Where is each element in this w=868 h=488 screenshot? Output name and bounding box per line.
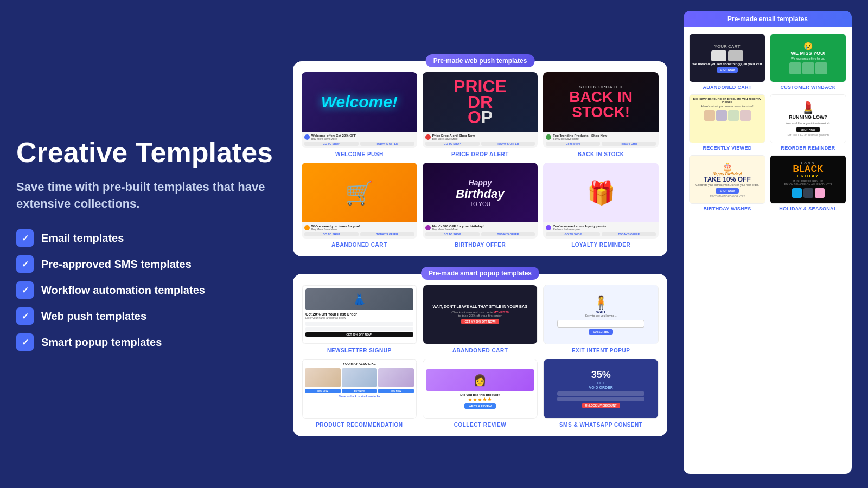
back-stock-img-area: STOCK UPDATED BACK INSTOCK!: [543, 72, 659, 132]
bday-shop-btn[interactable]: SHOP NOW: [716, 188, 739, 194]
loyalty-btn-offer[interactable]: TODAY'S OFFER: [602, 232, 656, 236]
prod-btn-text-3: BUY NOW: [391, 390, 401, 393]
push-item-birthday[interactable]: Happy Birthday TO YOU Here's $20 OFF for…: [423, 163, 538, 248]
prod-btn-3[interactable]: BUY NOW: [378, 389, 414, 393]
welcome-btn-shop[interactable]: GO TO SHOP: [304, 142, 359, 146]
back-stock-btn-shop[interactable]: Go to Store: [546, 142, 600, 146]
email-item-birthday-wishes[interactable]: 🎂 Happy Birthday! TAKE 10% OFF Celebrate…: [689, 155, 765, 211]
rv-prod-1: [704, 110, 715, 121]
back-stock-action-btns: Go to Store Today's Offer: [546, 142, 656, 146]
abandoned-action-btns: GO TO SHOP TODAY'S OFFER: [304, 232, 414, 236]
check-icon-popup: ✓: [16, 333, 34, 351]
bday-preview-inner: 🎂 Happy Birthday! TAKE 10% OFF Celebrate…: [690, 156, 765, 203]
loyalty-site-icon: [546, 225, 551, 230]
price-drop-notif-row: Price Drop Alert! Shop Now Buy More Save…: [425, 134, 535, 140]
shoe-2: [728, 50, 743, 61]
prod-btn-2[interactable]: BUY NOW: [342, 389, 378, 393]
popup-preview-exit: 🧍 WAIT Sorry to see you leaving... SUBSC…: [543, 285, 659, 344]
price-drop-btn-offer[interactable]: TODAY'S OFFER: [481, 142, 535, 146]
welcome-btn-offer[interactable]: TODAY'S OFFER: [360, 142, 414, 146]
abandoned-btn-shop[interactable]: GO TO SHOP: [304, 232, 359, 236]
nl-email-input[interactable]: [305, 327, 413, 331]
loyalty-emoji: 🎁: [587, 179, 615, 206]
price-drop-text-block: PRICE DR OP: [454, 79, 507, 125]
push-preview-welcome: Welcome! Welcome offer: Get 20% OFF Buy …: [302, 72, 417, 148]
popup-item-review[interactable]: 👩 Did you like this product? ★★★★★ WRITE…: [423, 359, 538, 428]
push-item-welcome[interactable]: Welcome! Welcome offer: Get 20% OFF Buy …: [302, 72, 417, 157]
rv-preview-inner: Big savings found on products you recent…: [690, 95, 765, 143]
email-item-reorder[interactable]: 💄 RUNNING LOW? Now would be a great time…: [770, 94, 846, 151]
birthday-notif-text: Here's $20 OFF for your birthday! Buy Mo…: [432, 224, 535, 231]
prod-items: [305, 368, 414, 387]
abandoned-cart-emoji: 🛒: [345, 179, 373, 206]
pi-sms-inner: 35% OFF VOID ORDER UNLOCK MY DISCOUNT: [544, 359, 658, 418]
push-item-abandoned[interactable]: 🛒 We've saved you items for you! Buy Mor…: [302, 163, 417, 248]
rev-write-btn[interactable]: WRITE A REVIEW: [464, 403, 496, 409]
popup-item-newsletter[interactable]: 👗 Get 20% Off Your First Order Enter you…: [302, 285, 417, 354]
popup-item-sms-consent[interactable]: 35% OFF VOID ORDER UNLOCK MY DISCOUNT SM…: [543, 359, 659, 428]
popup-item-product[interactable]: YOU MAY ALSO LIKE BUY NOW BUY NOW BUY NO…: [302, 359, 417, 428]
shop-now-btn[interactable]: SHOP NOW: [717, 67, 738, 73]
push-item-loyalty[interactable]: 🎁 You've earned some loyalty points Rede…: [543, 163, 659, 248]
right-section: Pre-made email templates YOUR CART: [684, 11, 852, 477]
welcome-label: WELCOME PUSH: [335, 151, 384, 157]
loyalty-notif: You've earned some loyalty points Redeem…: [543, 222, 659, 239]
checklist-item-email: ✓ Email templates: [16, 229, 277, 247]
rev-stars[interactable]: ★★★★★: [468, 396, 492, 402]
abandoned-label: ABANDONED CART: [331, 242, 387, 248]
push-item-back-stock[interactable]: STOCK UPDATED BACK INSTOCK! Top Trending…: [543, 72, 659, 157]
exit-label: EXIT INTENT POPUP: [572, 348, 630, 354]
nl-name-input[interactable]: [305, 322, 413, 326]
push-preview-loyalty: 🎁 You've earned some loyalty points Rede…: [543, 163, 659, 239]
push-item-price-drop[interactable]: PRICE DR OP Price Drop Alert! Shop Now: [423, 72, 538, 157]
prod-btn-1[interactable]: BUY NOW: [305, 389, 341, 393]
back-stock-btn-offer[interactable]: Today's Offer: [602, 142, 656, 146]
email-item-abandoned[interactable]: YOUR CART We noticed you left something(…: [689, 34, 765, 90]
sms-submit-btn[interactable]: UNLOCK MY DISCOUNT: [582, 403, 620, 408]
loyalty-btn-shop[interactable]: GO TO SHOP: [546, 232, 600, 236]
exit-email-input[interactable]: [557, 320, 644, 328]
ab-btn[interactable]: GET MY 20% OFF NOW!: [461, 319, 499, 324]
prod-btns: BUY NOW BUY NOW BUY NOW: [305, 389, 414, 393]
email-item-recently-viewed[interactable]: Big savings found on products you recent…: [689, 94, 765, 151]
pi-review-inner: 👩 Did you like this product? ★★★★★ WRITE…: [423, 359, 538, 418]
miss-sub: We have great offers for you: [791, 57, 825, 60]
reorder-shop-btn[interactable]: SHOP NOW: [796, 127, 820, 132]
back-stock-notif-row: Top Trending Products - Shop Now Buy Mor…: [546, 134, 656, 140]
checklist-label-workflow: Workflow automation templates: [41, 284, 205, 297]
product-label: PRODUCT RECOMMENDATION: [316, 422, 403, 428]
friday-text: FRIDAY: [797, 174, 819, 178]
popup-item-exit[interactable]: 🧍 WAIT Sorry to see you leaving... SUBSC…: [543, 285, 659, 354]
center-section: Pre-made web push templates Welcome!: [293, 11, 667, 477]
rev-person-emoji: 👩: [473, 374, 487, 387]
sms-name-input[interactable]: [557, 397, 644, 401]
sms-phone-input[interactable]: [557, 391, 644, 396]
nl-submit-btn[interactable]: GET 20% OFF NOW!: [305, 332, 413, 337]
birthday-wishes-email-label: BIRTHDAY WISHES: [703, 206, 751, 211]
email-preview-recently-viewed: Big savings found on products you recent…: [689, 94, 765, 143]
exit-subscribe-btn[interactable]: SUBSCRIBE: [589, 329, 613, 335]
birthday-btn-offer[interactable]: TODAY'S OFFER: [481, 232, 535, 236]
welcome-site-icon: [304, 134, 310, 140]
abandoned-popup-label: ABANDONED CART: [452, 348, 508, 354]
loyalty-action-btns: GO TO SHOP TODAY'S OFFER: [546, 232, 656, 236]
price-drop-btn-shop[interactable]: GO TO SHOP: [425, 142, 480, 146]
popup-item-abandoned-popup[interactable]: WAIT, DON'T LEAVE ALL THAT STYLE IN YOUR…: [423, 285, 538, 354]
check-icon-email: ✓: [16, 229, 34, 247]
prod-item-3: [378, 368, 414, 387]
rv-prod-4: [740, 110, 751, 121]
push-preview-price-drop: PRICE DR OP Price Drop Alert! Shop Now: [423, 72, 538, 148]
loyalty-label: LOYALTY REMINDER: [571, 242, 630, 248]
email-item-holiday[interactable]: LOGO BLACK FRIDAY IT IS HERE! HURRY UP!E…: [770, 155, 846, 211]
abandoned-btn-offer[interactable]: TODAY'S OFFER: [360, 232, 414, 236]
price-drop-img-area: PRICE DR OP: [423, 72, 538, 132]
prod-btn-text-1: BUY NOW: [317, 390, 328, 393]
exit-sub: Sorry to see you leaving...: [585, 314, 617, 317]
birthday-img-area: Happy Birthday TO YOU: [423, 163, 538, 222]
email-item-winback[interactable]: 😢 WE MISS YOU! We have great offers for …: [770, 34, 846, 90]
birthday-btn-shop[interactable]: GO TO SHOP: [425, 232, 480, 236]
bf-preview-inner: LOGO BLACK FRIDAY IT IS HERE! HURRY UP!E…: [770, 156, 846, 203]
reorder-inner: 💄 RUNNING LOW? Now would be a great time…: [770, 95, 846, 143]
checklist: ✓ Email templates ✓ Pre-approved SMS tem…: [16, 229, 277, 351]
birthday-big-text: Birthday: [456, 187, 504, 201]
